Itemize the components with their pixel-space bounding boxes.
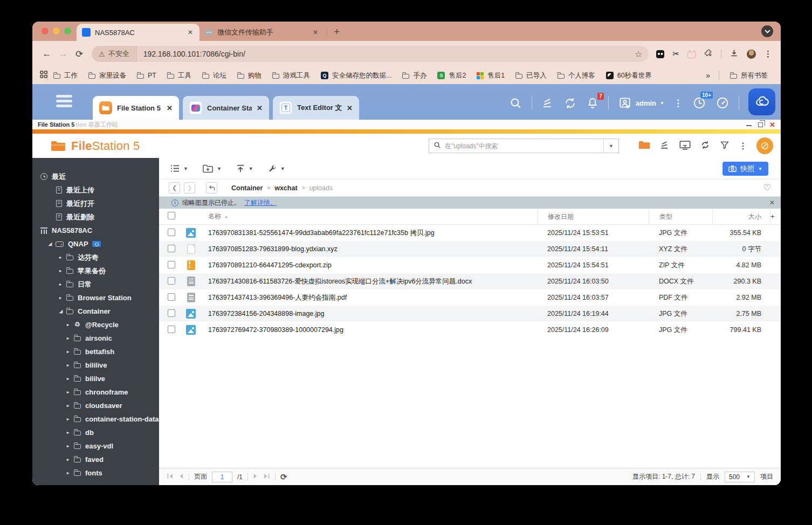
myqnapcloud-icon[interactable] <box>748 88 775 115</box>
bookmark-item[interactable]: 售后1 <box>471 71 510 80</box>
sidebar-item-bililve[interactable]: ▸bililve <box>32 372 159 385</box>
bookmark-item[interactable]: 售后2 <box>432 71 471 80</box>
media-cast-icon[interactable] <box>679 140 691 152</box>
zoom-window-button[interactable] <box>64 27 71 34</box>
file-name[interactable]: 1763971430816-611583726-爱快虚拟istoreos实现端口… <box>208 277 472 286</box>
sidebar-item-chronoframe[interactable]: ▸chronoframe <box>32 385 159 399</box>
expand-arrow-icon[interactable]: ▸ <box>67 417 74 422</box>
sidebar-item--[interactable]: ▸达芬奇 <box>32 251 159 264</box>
browser-tab-wechat[interactable]: 微信文件传输助手 ✕ <box>199 24 325 41</box>
sidebar-item--[interactable]: ▸日常 <box>32 278 159 291</box>
sidebar-item--[interactable]: ▸苹果备份 <box>32 264 159 278</box>
remote-mount-icon[interactable] <box>638 140 650 152</box>
close-tab-icon[interactable]: ✕ <box>187 29 194 36</box>
bookmark-item[interactable]: 家里设备 <box>83 71 132 80</box>
file-name[interactable]: 1763971437413-396369496-人妻约会指南.pdf <box>208 293 347 302</box>
sidebar-item-qnap[interactable]: ◢QNAP <box>32 237 159 251</box>
expand-arrow-icon[interactable]: ▸ <box>67 363 74 368</box>
bookmarks-overflow-chevron[interactable]: » <box>703 71 713 80</box>
file-name[interactable]: 1763970831381-525561474-99dd3abab69fa223… <box>208 229 435 238</box>
extensions-puzzle-icon[interactable] <box>704 49 713 59</box>
sidebar-item-@recycle[interactable]: ▸♻@Recycle <box>32 318 159 331</box>
close-tab-icon[interactable]: ✕ <box>167 104 173 112</box>
breadcrumb-segment[interactable]: uploads <box>309 184 333 192</box>
minimize-icon[interactable] <box>746 125 752 126</box>
bookmark-item[interactable]: 个人博客 <box>552 71 601 80</box>
bookmark-item[interactable]: 已导入 <box>510 71 552 80</box>
collapse-arrow-icon[interactable]: ◢ <box>59 309 66 314</box>
row-checkbox[interactable] <box>168 277 175 285</box>
qnap-tab-container-station[interactable]: Container Sta...✕ <box>183 96 269 120</box>
row-checkbox[interactable] <box>168 229 175 236</box>
reload-icon[interactable]: ⟳ <box>71 49 87 60</box>
sidebar-item-cloudsaver[interactable]: ▸cloudsaver <box>32 399 159 412</box>
file-name[interactable]: 1763970891210-664471295-cdexport.zip <box>208 261 332 269</box>
sidebar-item--[interactable]: 最近上传 <box>32 183 159 197</box>
sidebar-item--[interactable]: 最近删除 <box>32 210 159 224</box>
downloads-icon[interactable] <box>730 49 739 60</box>
filter-funnel-icon[interactable] <box>720 140 730 152</box>
address-field[interactable]: ⚠ 不安全 192.168.100.101:7086/cgi-bin/ ☆ <box>92 46 649 62</box>
breadcrumb-segment[interactable]: wxchat <box>274 184 297 192</box>
favorite-heart-icon[interactable]: ♡ <box>763 183 771 193</box>
restore-icon[interactable] <box>758 122 763 127</box>
search-box[interactable]: ▼ <box>429 139 619 153</box>
collapse-arrow-icon[interactable]: ◢ <box>49 241 56 246</box>
profile-avatar[interactable] <box>747 50 756 59</box>
qsync-status-icon[interactable] <box>756 137 773 154</box>
create-folder-button[interactable]: ▼ <box>203 164 222 173</box>
refresh-list-icon[interactable]: ⟳ <box>280 472 287 482</box>
window-title-bar[interactable]: File Station 5 tion 容器工作站 ✕ <box>32 120 781 129</box>
row-checkbox[interactable] <box>168 326 175 333</box>
next-page-button[interactable] <box>253 473 259 481</box>
all-bookmarks-button[interactable]: 所有书签 <box>725 71 773 80</box>
forward-icon[interactable]: → <box>55 49 71 59</box>
prev-page-button[interactable] <box>178 473 184 481</box>
close-tab-icon[interactable]: ✕ <box>257 104 263 112</box>
minimize-window-button[interactable] <box>53 27 60 34</box>
expand-arrow-icon[interactable]: ▸ <box>67 457 74 462</box>
search-scope-dropdown[interactable]: ▼ <box>603 139 618 153</box>
table-row[interactable]: 1763971437413-396369496-人妻约会指南.pdf 2025/… <box>159 289 781 306</box>
bookmark-item[interactable]: 购物 <box>232 71 267 80</box>
sidebar-item--[interactable]: 最近打开 <box>32 197 159 210</box>
sidebar-item-bettafish[interactable]: ▸bettafish <box>32 345 159 358</box>
close-tab-icon[interactable]: ✕ <box>347 104 353 112</box>
main-menu-icon[interactable] <box>56 95 72 107</box>
column-date[interactable]: 修改日期 <box>538 209 649 225</box>
bookmark-item[interactable]: 60秒看世界 <box>601 71 657 80</box>
expand-arrow-icon[interactable]: ▸ <box>67 336 74 341</box>
expand-arrow-icon[interactable]: ▸ <box>59 295 66 300</box>
select-all-checkbox[interactable] <box>168 212 175 219</box>
more-options-icon[interactable]: ⋮ <box>673 98 683 109</box>
breadcrumb-segment[interactable]: Container <box>231 184 263 192</box>
notifications-bell-icon[interactable]: 7 <box>586 96 599 109</box>
sidebar-item--[interactable]: 最近 <box>32 170 159 183</box>
expand-arrow-icon[interactable]: ▸ <box>67 444 74 448</box>
apps-grid-icon[interactable] <box>40 71 47 80</box>
bookmark-item[interactable]: 工具 <box>162 71 197 80</box>
global-search-icon[interactable] <box>509 96 522 110</box>
table-row[interactable]: 1763971430816-611583726-爱快虚拟istoreos实现端口… <box>159 273 781 289</box>
row-checkbox[interactable] <box>168 309 175 317</box>
clipper-extension-icon[interactable]: ✂ <box>672 49 679 59</box>
expand-arrow-icon[interactable]: ▸ <box>59 255 66 260</box>
expand-arrow-icon[interactable]: ▸ <box>67 471 74 475</box>
sidebar-item-db[interactable]: ▸db <box>32 426 159 439</box>
history-back-button[interactable]: ❮ <box>169 182 180 194</box>
page-size-select[interactable]: 500 ▼ <box>725 472 755 482</box>
close-window-button[interactable] <box>42 27 49 34</box>
file-name[interactable]: 1763972769472-370980389-1000007294.jpg <box>208 326 343 334</box>
user-menu[interactable]: admin ▼ <box>618 96 664 110</box>
history-forward-button[interactable]: ❯ <box>184 182 195 194</box>
sidebar-item-airsonic[interactable]: ▸airsonic <box>32 331 159 345</box>
browser-tab-nas[interactable]: NAS5878AC ✕ <box>77 24 199 41</box>
row-checkbox[interactable] <box>168 261 175 268</box>
column-name[interactable]: 名称▲ <box>186 212 538 221</box>
sidebar-item-container[interactable]: ◢Container <box>32 305 159 318</box>
column-type[interactable]: 类型 <box>649 209 712 225</box>
bilibili-extension-icon[interactable] <box>687 52 696 58</box>
qnap-tab-text-editor[interactable]: TText Editor 文...✕ <box>273 96 359 120</box>
file-name[interactable]: 1763972384156-204348898-image.jpg <box>208 310 324 317</box>
close-icon[interactable]: ✕ <box>769 121 775 128</box>
